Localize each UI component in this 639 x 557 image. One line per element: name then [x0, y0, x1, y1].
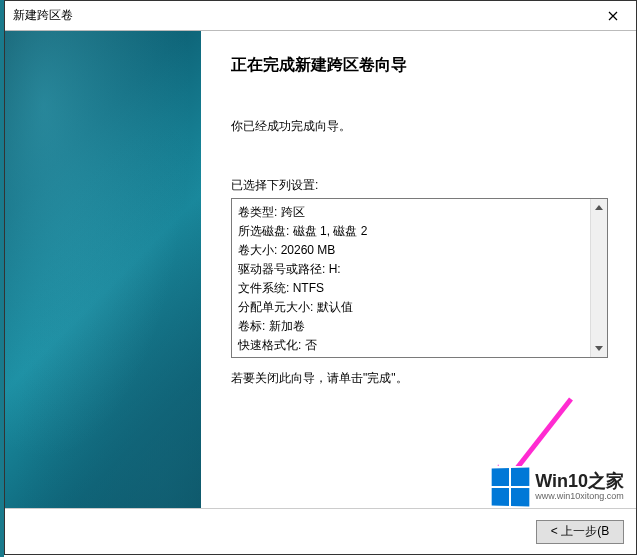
back-button[interactable]: < 上一步(B	[536, 520, 624, 544]
settings-listbox[interactable]: 卷类型: 跨区 所选磁盘: 磁盘 1, 磁盘 2 卷大小: 20260 MB 驱…	[231, 198, 608, 358]
chevron-down-icon	[595, 346, 603, 351]
wizard-dialog: 新建跨区卷 正在完成新建跨区卷向导 你已经成功完成向导。 已选择下列设置: 卷类…	[4, 0, 637, 555]
wizard-content: 正在完成新建跨区卷向导 你已经成功完成向导。 已选择下列设置: 卷类型: 跨区 …	[201, 31, 636, 554]
list-item: 驱动器号或路径: H:	[238, 260, 587, 279]
settings-label: 已选择下列设置:	[231, 177, 608, 194]
list-item: 卷标: 新加卷	[238, 317, 587, 336]
wizard-intro-text: 你已经成功完成向导。	[231, 118, 608, 135]
titlebar: 新建跨区卷	[5, 1, 636, 31]
watermark: Win10之家 www.win10xitong.com	[487, 466, 628, 508]
wizard-heading: 正在完成新建跨区卷向导	[231, 55, 608, 76]
chevron-up-icon	[595, 205, 603, 210]
dialog-body: 正在完成新建跨区卷向导 你已经成功完成向导。 已选择下列设置: 卷类型: 跨区 …	[5, 31, 636, 554]
list-item: 快速格式化: 否	[238, 336, 587, 355]
back-button-label: < 上一步(B	[551, 523, 609, 540]
watermark-url: www.win10xitong.com	[535, 492, 624, 502]
scrollbar-vertical[interactable]	[590, 199, 607, 357]
list-item: 卷类型: 跨区	[238, 203, 587, 222]
wizard-side-image	[5, 31, 201, 554]
closing-instruction: 若要关闭此向导，请单击"完成"。	[231, 370, 608, 387]
window-title: 新建跨区卷	[13, 7, 73, 24]
close-button[interactable]	[590, 1, 636, 31]
watermark-text: Win10之家 www.win10xitong.com	[535, 472, 624, 502]
watermark-title: Win10之家	[535, 472, 624, 492]
scroll-up-button[interactable]	[591, 199, 608, 216]
button-row: < 上一步(B	[5, 508, 636, 554]
scroll-down-button[interactable]	[591, 340, 608, 357]
list-item: 文件系统: NTFS	[238, 279, 587, 298]
close-icon	[608, 11, 618, 21]
windows-logo-icon	[492, 467, 530, 506]
list-item: 卷大小: 20260 MB	[238, 241, 587, 260]
list-item: 所选磁盘: 磁盘 1, 磁盘 2	[238, 222, 587, 241]
list-item: 分配单元大小: 默认值	[238, 298, 587, 317]
